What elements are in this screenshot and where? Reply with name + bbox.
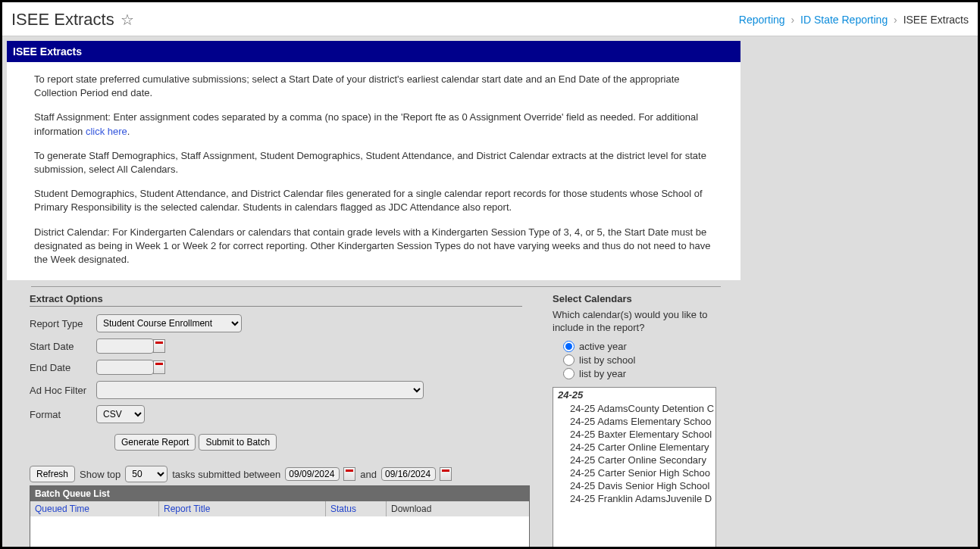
batch-queue-table: Batch Queue List Queued Time Report Titl… <box>30 485 530 549</box>
row-adhoc: Ad Hoc Filter <box>30 381 522 399</box>
breadcrumb-link-state[interactable]: ID State Reporting <box>800 14 888 26</box>
instruction-text: To report state preferred cumulative sub… <box>34 73 713 100</box>
instruction-text: District Calendar: For Kindergarten Cale… <box>34 226 713 267</box>
section-header: ISEE Extracts <box>7 41 740 62</box>
date-from-input[interactable] <box>285 467 340 481</box>
chevron-right-icon: › <box>791 14 794 26</box>
report-type-select[interactable]: Student Course Enrollment <box>96 314 242 332</box>
page-title: ISEE Extracts <box>11 10 114 30</box>
row-start-date: Start Date <box>30 338 522 354</box>
breadcrumb-link-reporting[interactable]: Reporting <box>739 14 785 26</box>
instruction-text: To generate Staff Demographics, Staff As… <box>34 149 713 176</box>
calendar-icon[interactable] <box>440 467 452 481</box>
label-format: Format <box>30 409 96 420</box>
select-calendars: Select Calendars Which calendar(s) would… <box>553 293 734 549</box>
instruction-text: Student Demographics, Student Attendance… <box>34 187 713 214</box>
label-report-type: Report Type <box>30 318 96 329</box>
generate-report-button[interactable]: Generate Report <box>114 434 196 451</box>
page-header: ISEE Extracts ☆ Reporting › ID State Rep… <box>2 2 978 36</box>
label-adhoc: Ad Hoc Filter <box>30 385 96 396</box>
show-top-select[interactable]: 50 <box>125 466 168 482</box>
radio-label: active year <box>579 341 627 352</box>
breadcrumb-current: ISEE Extracts <box>903 14 969 26</box>
radio-list-by-school-input[interactable] <box>563 354 575 366</box>
radio-active-year[interactable]: active year <box>563 341 734 352</box>
row-report-type: Report Type Student Course Enrollment <box>30 314 522 332</box>
calendar-item[interactable]: 24-25 Adams Elementary Schoo <box>553 415 715 428</box>
calendar-icon[interactable] <box>153 360 165 374</box>
radio-list-by-year[interactable]: list by year <box>563 368 734 379</box>
divider <box>31 286 721 287</box>
select-calendars-title: Select Calendars <box>553 293 734 306</box>
date-to-input[interactable] <box>381 467 436 481</box>
radio-label: list by year <box>579 368 626 379</box>
radio-label: list by school <box>579 354 635 366</box>
col-queued-time[interactable]: Queued Time <box>35 504 89 514</box>
select-calendars-desc: Which calendar(s) would you like to incl… <box>553 309 734 335</box>
show-top-label: Show top <box>80 469 121 480</box>
label-end-date: End Date <box>30 362 96 373</box>
click-here-link[interactable]: click here <box>86 126 127 137</box>
format-select[interactable]: CSV <box>96 405 145 423</box>
calendar-item[interactable]: 24-25 Franklin AdamsJuvenile D <box>553 492 715 505</box>
calendar-item[interactable]: 24-25 Carter Online Secondary <box>553 454 715 466</box>
calendar-item[interactable]: 24-25 AdamsCounty Detention C <box>553 402 715 415</box>
between-label: tasks submitted between <box>172 469 280 480</box>
calendar-icon[interactable] <box>153 339 165 353</box>
col-report-title[interactable]: Report Title <box>164 504 210 514</box>
calendar-icon[interactable] <box>343 467 355 481</box>
calendar-item[interactable]: 24-25 Carter Online Elementary <box>553 441 715 454</box>
submit-to-batch-button[interactable]: Submit to Batch <box>199 434 277 451</box>
calendar-item[interactable]: 24-25 Carter Senior High Schoo <box>553 466 715 479</box>
queue-body <box>30 516 529 549</box>
radio-active-year-input[interactable] <box>563 341 575 352</box>
calendar-group-header[interactable]: 24-25 <box>553 388 715 402</box>
chevron-right-icon: › <box>894 14 897 26</box>
queue-controls: Refresh Show top 50 tasks submitted betw… <box>30 466 522 482</box>
content-area: ISEE Extracts To report state preferred … <box>2 36 978 547</box>
instructions: To report state preferred cumulative sub… <box>7 62 740 280</box>
queue-header-row: Queued Time Report Title Status Download <box>30 501 529 516</box>
end-date-input[interactable] <box>96 360 154 375</box>
favorite-star-icon[interactable]: ☆ <box>121 11 134 29</box>
adhoc-filter-select[interactable] <box>96 381 424 399</box>
batch-queue-title: Batch Queue List <box>30 486 529 501</box>
label-start-date: Start Date <box>30 341 96 352</box>
radio-list-by-year-input[interactable] <box>563 368 575 379</box>
refresh-button[interactable]: Refresh <box>30 466 75 482</box>
extract-options: Extract Options Report Type Student Cour… <box>30 293 522 549</box>
breadcrumb: Reporting › ID State Reporting › ISEE Ex… <box>739 14 969 26</box>
col-status[interactable]: Status <box>330 504 356 514</box>
title-wrap: ISEE Extracts ☆ <box>11 10 134 30</box>
form-area: Extract Options Report Type Student Cour… <box>7 293 973 549</box>
calendar-item[interactable]: 24-25 Davis Senior High School <box>553 479 715 492</box>
extract-options-title: Extract Options <box>30 293 522 307</box>
calendar-item[interactable]: 24-25 Baxter Elementary School <box>553 428 715 441</box>
col-download: Download <box>391 504 431 514</box>
instruction-text: Staff Assignment: Enter assignment codes… <box>34 111 713 138</box>
radio-list-by-school[interactable]: list by school <box>563 354 734 366</box>
calendar-list[interactable]: 24-25 24-25 AdamsCounty Detention C 24-2… <box>553 387 716 549</box>
start-date-input[interactable] <box>96 338 154 354</box>
and-label: and <box>360 469 377 480</box>
button-row: Generate Report Submit to Batch <box>114 434 522 451</box>
row-format: Format CSV <box>30 405 522 423</box>
row-end-date: End Date <box>30 360 522 375</box>
